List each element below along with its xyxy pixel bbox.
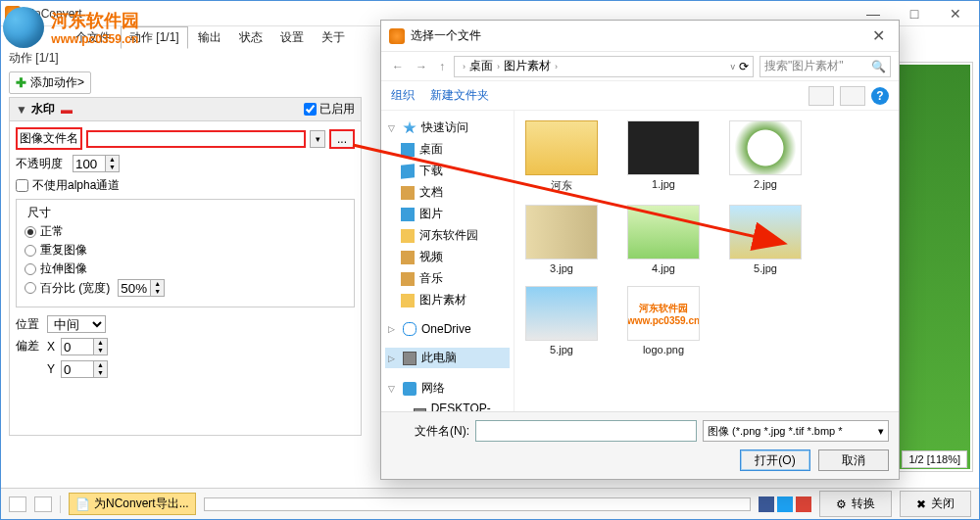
- position-label: 位置: [16, 316, 43, 333]
- close-app-button[interactable]: ✖ 关闭: [900, 491, 971, 517]
- breadcrumb[interactable]: › 桌面 › 图片素材 › v ⟳: [454, 56, 754, 77]
- organize-menu[interactable]: 组织: [391, 87, 415, 104]
- search-icon: 🔍: [871, 60, 886, 73]
- filename-field[interactable]: [475, 420, 697, 442]
- view-list-button[interactable]: [840, 86, 865, 106]
- pictures-icon: [401, 208, 415, 221]
- file-grid: 河东 1.jpg 2.jpg 3.jpg 4.jpg 5.jpg 5.jpg 河…: [514, 111, 899, 411]
- status-box-2[interactable]: [34, 496, 52, 512]
- search-input[interactable]: 搜索"图片素材" 🔍: [760, 56, 891, 77]
- offset-x-spinner[interactable]: ▲▼: [61, 338, 108, 355]
- onedrive-icon: [403, 322, 416, 336]
- tab-about[interactable]: 关于: [314, 27, 353, 48]
- new-folder-button[interactable]: 新建文件夹: [430, 87, 489, 104]
- googleplus-icon[interactable]: [796, 496, 811, 512]
- offset-y-spinner[interactable]: ▲▼: [61, 360, 108, 378]
- radio-stretch[interactable]: [24, 263, 36, 275]
- filetype-filter[interactable]: 图像 (*.png *.jpg *.tif *.bmp *▾: [703, 420, 889, 442]
- filename-field-label: 文件名(N):: [391, 423, 469, 440]
- remove-action-icon[interactable]: ▬: [61, 103, 73, 117]
- documents-icon: [401, 186, 415, 200]
- filename-dropdown-icon[interactable]: ▾: [310, 130, 325, 148]
- sidebar-network[interactable]: 网络: [421, 380, 445, 397]
- plus-icon: ✚: [16, 75, 26, 90]
- file-item-3[interactable]: 3.jpg: [522, 205, 601, 274]
- no-alpha-checkbox[interactable]: [16, 179, 28, 192]
- sidebar-onedrive[interactable]: OneDrive: [421, 322, 471, 336]
- file-open-dialog: 选择一个文件 ✕ ← → ↑ › 桌面 › 图片素材 › v ⟳ 搜索"图片素材…: [380, 20, 900, 480]
- close-button[interactable]: ✕: [942, 6, 969, 22]
- progress-bar: [204, 497, 751, 511]
- file-item-4[interactable]: 4.jpg: [624, 205, 703, 274]
- sidebar-hedong[interactable]: 河东软件园: [419, 227, 478, 244]
- nconvert-export-button[interactable]: 📄 为NConvert导出...: [69, 493, 196, 515]
- radio-normal[interactable]: [24, 226, 36, 238]
- radio-tile[interactable]: [24, 245, 36, 257]
- twitter-icon[interactable]: [777, 496, 793, 512]
- file-item-folder[interactable]: 河东: [522, 120, 601, 193]
- nav-fwd-icon[interactable]: →: [413, 60, 430, 73]
- tab-output[interactable]: 输出: [190, 27, 229, 48]
- dialog-icon: [389, 28, 405, 44]
- size-legend: 尺寸: [24, 205, 54, 221]
- collapse-icon[interactable]: ▼: [16, 103, 27, 117]
- sidebar-downloads[interactable]: 下载: [419, 163, 443, 179]
- folder-icon: [401, 229, 415, 243]
- sidebar-pictures[interactable]: 图片: [419, 206, 443, 222]
- position-select[interactable]: 中间: [47, 315, 106, 333]
- browse-button[interactable]: ...: [329, 129, 355, 149]
- path-dropdown-icon[interactable]: v: [731, 62, 736, 71]
- help-icon[interactable]: ?: [871, 87, 889, 105]
- network-icon: [403, 382, 416, 396]
- filename-label: 图像文件名: [16, 127, 82, 150]
- percent-spinner[interactable]: ▲▼: [118, 279, 165, 297]
- window-title: XnConvert: [26, 7, 859, 21]
- refresh-icon[interactable]: ⟳: [739, 60, 749, 73]
- dialog-sidebar: ▽快速访问 桌面 下载 文档 图片 河东软件园 视频 音乐 图片素材 ▷OneD…: [381, 111, 514, 411]
- sidebar-desktop[interactable]: 桌面: [419, 141, 443, 158]
- dialog-close-button[interactable]: ✕: [866, 26, 891, 45]
- add-action-button[interactable]: ✚ 添加动作>: [9, 71, 91, 94]
- maximize-button[interactable]: □: [901, 6, 928, 22]
- sidebar-video[interactable]: 视频: [419, 249, 443, 265]
- gear-icon: ⚙: [836, 497, 847, 511]
- tab-settings[interactable]: 设置: [272, 27, 312, 48]
- file-item-6[interactable]: 5.jpg: [522, 286, 601, 355]
- music-icon: [401, 272, 415, 286]
- offset-label: 偏差: [16, 338, 43, 355]
- downloads-icon: [401, 164, 415, 178]
- opacity-spinner[interactable]: ▲▼: [73, 155, 120, 172]
- preview-counter: 1/2 [118%]: [902, 450, 967, 468]
- opacity-label: 不透明度: [16, 156, 69, 172]
- site-watermark: 河东软件园 www.pc0359.cn: [3, 7, 139, 48]
- file-item-2[interactable]: 2.jpg: [726, 120, 805, 193]
- video-icon: [401, 251, 415, 264]
- file-item-5[interactable]: 5.jpg: [726, 205, 805, 274]
- facebook-icon[interactable]: [759, 496, 774, 512]
- sidebar-documents[interactable]: 文档: [419, 184, 443, 201]
- cancel-button[interactable]: 取消: [818, 449, 889, 471]
- enabled-checkbox[interactable]: [304, 103, 317, 116]
- folder-icon: [401, 294, 415, 307]
- file-item-1[interactable]: 1.jpg: [624, 120, 703, 193]
- status-box-1[interactable]: [9, 496, 26, 512]
- convert-button[interactable]: ⚙ 转换: [819, 491, 892, 517]
- file-item-logo[interactable]: 河东软件园 www.pc0359.cnlogo.png: [624, 286, 703, 355]
- action-title: 水印: [31, 101, 55, 118]
- nav-up-icon[interactable]: ↑: [436, 60, 448, 73]
- dialog-title: 选择一个文件: [411, 27, 481, 44]
- sidebar-desktop7[interactable]: DESKTOP-7FTC: [431, 402, 507, 411]
- sidebar-music[interactable]: 音乐: [419, 270, 443, 287]
- thispc-icon: [403, 352, 416, 365]
- nav-back-icon[interactable]: ←: [389, 60, 407, 73]
- close-icon: ✖: [916, 497, 926, 511]
- filename-input[interactable]: [86, 130, 306, 148]
- sidebar-quick-access[interactable]: 快速访问: [421, 119, 468, 136]
- radio-percent[interactable]: [24, 282, 36, 294]
- tab-status[interactable]: 状态: [231, 27, 270, 48]
- quick-access-icon: [403, 121, 416, 135]
- open-button[interactable]: 打开(O): [740, 449, 810, 471]
- view-mode-button[interactable]: [808, 86, 834, 106]
- sidebar-thispc[interactable]: 此电脑: [421, 350, 457, 366]
- sidebar-picmat[interactable]: 图片素材: [419, 292, 466, 308]
